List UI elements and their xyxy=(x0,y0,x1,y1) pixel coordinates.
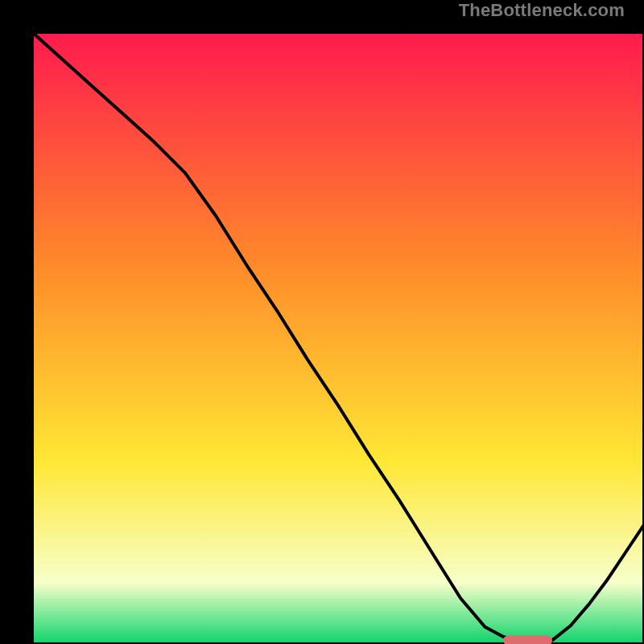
gradient-background xyxy=(32,32,644,644)
watermark-text: TheBottleneck.com xyxy=(459,0,625,21)
optimum-marker xyxy=(503,635,552,644)
bottleneck-chart xyxy=(32,32,644,644)
chart-frame xyxy=(16,16,628,628)
